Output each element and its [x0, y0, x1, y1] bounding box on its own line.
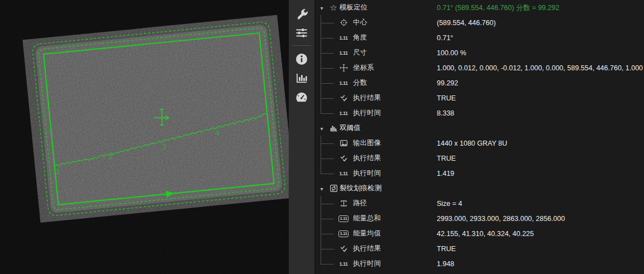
segment-label-2: 2 [108, 152, 113, 161]
result-label: 执行时间 [353, 108, 381, 118]
numeric-glyph: 1.11 [339, 171, 347, 176]
double-check-icon [338, 244, 349, 254]
viewer-canvas: 1 2 3 4 [0, 0, 289, 274]
numeric-value-icon: 1.11 [338, 48, 349, 58]
toolbar-divider [292, 45, 311, 46]
center-target-icon [338, 18, 349, 28]
result-label: 输出图像 [353, 138, 381, 148]
result-value: TRUE [437, 94, 456, 102]
result-value: TRUE [437, 155, 456, 162]
inspected-part [35, 25, 283, 213]
numeric-glyph: 1.11 [339, 261, 347, 267]
result-value: 2993.000, 2933.000, 2863.000, 2856.000 [437, 215, 565, 223]
gauge-icon[interactable] [292, 88, 312, 107]
numeric-box-glyph: 1.11 [338, 215, 348, 222]
result-value: 0.71° [437, 34, 453, 42]
numeric-value-icon: 1.11 [338, 169, 349, 179]
section-summary-value: 0.71° (589.554, 446.760) 分数 = 99.292 [437, 3, 559, 12]
tree-section-row[interactable]: ▾双阈值 [315, 121, 644, 136]
numeric-array-icon: 1.11 [338, 229, 349, 239]
numeric-glyph: 1.11 [339, 35, 347, 41]
result-value: 100.00 % [437, 49, 466, 57]
part-and-roi-group [32, 21, 285, 216]
result-label: 能量总和 [353, 214, 381, 223]
result-value: 1.000, 0.012, 0.000, -0.012, 1.000, 0.00… [437, 64, 643, 72]
tree-result-row[interactable]: 1.11执行时间1.419 [315, 166, 644, 181]
tool-strip [289, 0, 314, 274]
tree-result-row[interactable]: 1.11执行时间1.948 [315, 256, 644, 271]
tree-result-row[interactable]: 执行结果TRUE [315, 151, 644, 166]
sliders-icon[interactable] [292, 23, 312, 42]
expand-caret-icon[interactable]: ▾ [318, 4, 326, 11]
histogram-icon [328, 123, 338, 133]
star-icon: ☆ [328, 3, 338, 13]
vision-inspection-app: 1 2 3 4 [0, 0, 644, 274]
result-label: 尺寸 [353, 48, 367, 57]
tree-result-row[interactable]: 输出图像1440 x 1080 GRAY 8U [315, 136, 644, 151]
results-panel: ▾☆模板定位0.71° (589.554, 446.760) 分数 = 99.2… [314, 0, 644, 274]
result-value: TRUE [437, 245, 456, 253]
double-check-icon [338, 153, 349, 164]
result-value: 1440 x 1080 GRAY 8U [437, 140, 507, 147]
result-tree: ▾☆模板定位0.71° (589.554, 446.760) 分数 = 99.2… [315, 0, 644, 271]
tree-result-row[interactable]: 1.11执行时间8.338 [315, 105, 644, 121]
result-label: 中心 [353, 18, 367, 27]
result-label: 执行时间 [353, 169, 381, 178]
result-value: 1.948 [437, 260, 454, 268]
result-value: Size = 4 [437, 200, 462, 208]
tree-result-row[interactable]: 1.11能量均值42.155, 41.310, 40.324, 40.225 [315, 226, 644, 241]
numeric-value-icon: 1.11 [338, 78, 349, 88]
numeric-array-icon: 1.11 [338, 214, 349, 224]
result-label: 执行时间 [353, 259, 381, 268]
tree-result-row[interactable]: 路径Size = 4 [315, 196, 644, 211]
result-value: (589.554, 446.760) [437, 19, 496, 27]
result-value: 1.419 [437, 170, 454, 177]
result-label: 执行结果 [353, 93, 381, 103]
numeric-value-icon: 1.11 [338, 33, 349, 43]
segment-label-3: 3 [162, 142, 166, 151]
segment-label-1: 1 [56, 167, 60, 176]
numeric-value-icon: 1.11 [338, 108, 349, 118]
cycle-arrows-icon [328, 184, 338, 194]
coordinate-system-icon [338, 63, 349, 73]
tree-result-row[interactable]: 执行结果TRUE [315, 90, 644, 105]
result-label: 路径 [353, 199, 367, 208]
wrench-icon[interactable] [292, 4, 312, 23]
result-value: 8.338 [437, 109, 454, 117]
numeric-glyph: 1.11 [339, 50, 347, 56]
image-viewer[interactable]: 1 2 3 4 [0, 0, 289, 274]
result-label: 执行结果 [353, 153, 381, 163]
numeric-value-icon: 1.11 [338, 259, 349, 269]
path-spool-icon [338, 199, 349, 209]
tree-result-row[interactable]: 1.11尺寸100.00 % [315, 45, 644, 60]
tree-result-row[interactable]: 中心(589.554, 446.760) [315, 15, 644, 30]
tree-result-row[interactable]: 1.11能量总和2993.000, 2933.000, 2863.000, 28… [315, 211, 644, 226]
tree-result-row[interactable]: 1.11角度0.71° [315, 30, 644, 45]
star-glyph: ☆ [330, 3, 337, 12]
double-check-icon [338, 93, 349, 103]
numeric-box-glyph: 1.11 [338, 230, 348, 237]
result-label: 能量均值 [353, 229, 381, 238]
result-label: 角度 [353, 33, 367, 42]
result-value: 99.292 [437, 79, 458, 87]
info-icon[interactable] [292, 50, 312, 69]
result-value: 42.155, 41.310, 40.324, 40.225 [437, 230, 534, 238]
tree-result-row[interactable]: 执行结果TRUE [315, 241, 644, 256]
tree-section-row[interactable]: ▾裂纹划痕检测 [315, 181, 644, 196]
tree-result-row[interactable]: 坐标系1.000, 0.012, 0.000, -0.012, 1.000, 0… [315, 60, 644, 75]
expand-caret-icon[interactable]: ▾ [318, 125, 326, 131]
expand-caret-icon[interactable]: ▾ [318, 185, 326, 191]
section-label: 模板定位 [340, 3, 368, 12]
segment-label-4: 4 [215, 129, 220, 137]
result-label: 坐标系 [353, 63, 374, 73]
section-label: 双阈值 [340, 123, 361, 133]
bar-chart-icon[interactable] [292, 69, 312, 88]
tree-result-row[interactable]: 1.11分数99.292 [315, 75, 644, 90]
result-label: 执行结果 [353, 244, 381, 253]
result-label: 分数 [353, 78, 367, 88]
section-label: 裂纹划痕检测 [340, 184, 381, 193]
image-icon [338, 138, 349, 148]
numeric-glyph: 1.11 [339, 80, 347, 86]
tree-section-row[interactable]: ▾☆模板定位0.71° (589.554, 446.760) 分数 = 99.2… [315, 0, 644, 15]
numeric-glyph: 1.11 [339, 110, 347, 116]
